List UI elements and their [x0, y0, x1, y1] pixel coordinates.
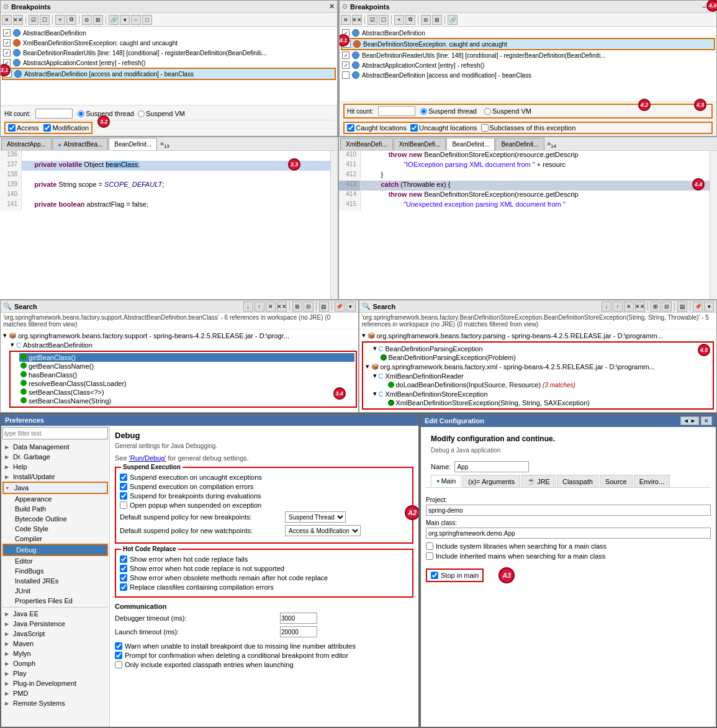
prefs-item-help[interactable]: ▶ Help: [2, 462, 108, 472]
tree-pkg2[interactable]: ▾ 📦 org.springframework.beans.factory.xm…: [364, 362, 712, 371]
prefs-item-pmd[interactable]: ▶ PMD: [2, 688, 108, 698]
bp-item-selected[interactable]: AbstractBeanDefinition [access and modif…: [2, 68, 336, 80]
right-tab-3[interactable]: BeanDefinit...: [446, 138, 495, 150]
tree-pkg1[interactable]: ▾ 📦 org.springframework.beans.factory.pa…: [361, 331, 716, 340]
prefs-item-properties[interactable]: Properties Files Ed: [2, 596, 108, 606]
prefs-item-java-ee[interactable]: ▶ Java EE: [2, 609, 108, 619]
search-tb-btn[interactable]: ↓: [243, 302, 253, 312]
search-tb-btn[interactable]: ↑: [255, 302, 264, 312]
tree-xmlreader[interactable]: ▾ C XmlBeanDefinitionReader: [372, 371, 712, 380]
prefs-item-build-path[interactable]: Build Path: [2, 504, 108, 514]
ec-close-btn[interactable]: ✕: [701, 416, 712, 425]
ec-arrows[interactable]: ◄ ►: [680, 416, 699, 425]
bp-item[interactable]: BeanDefinitionReaderUtils [line: 148] [c…: [2, 48, 336, 58]
rs-tb-btn[interactable]: ↓: [602, 302, 611, 312]
hcr-fail-cb[interactable]: [120, 555, 127, 563]
right-tab-4[interactable]: BeanDefinit...: [495, 138, 544, 150]
method-item[interactable]: setBeanClass(Class<?>): [19, 388, 354, 397]
bp-checkbox[interactable]: [3, 39, 11, 47]
subclasses-checkbox[interactable]: [481, 124, 489, 132]
bp-item[interactable]: XmlBeanDefinitionStoreException: caught …: [2, 38, 336, 48]
right-tab-1[interactable]: XmlBeanDefi...: [340, 138, 393, 150]
uncaught-checkbox[interactable]: [410, 124, 418, 132]
tb-skip-r[interactable]: ⊘: [421, 15, 431, 25]
tree-class-r[interactable]: ▾ C BeanDefinitionParsingException: [372, 344, 712, 353]
run-debug-link[interactable]: 'Run/Debug': [129, 454, 166, 462]
scrollbar-r[interactable]: [710, 151, 717, 299]
bp-item-selected-r[interactable]: BeanDefinitionStoreException: caught and…: [341, 38, 715, 50]
access-checkbox[interactable]: [8, 124, 16, 132]
search-tb-btn[interactable]: ⊟: [304, 302, 313, 312]
bp-item[interactable]: AbstractBeanDefinition: [2, 28, 336, 38]
suspend-vm-radio-r[interactable]: [484, 108, 491, 115]
suspend-thread-radio-r[interactable]: [420, 108, 427, 115]
hcr-obsolete-cb[interactable]: [120, 574, 127, 582]
bp-item-r[interactable]: BeanDefinitionReaderUtils [line: 148] [c…: [341, 50, 715, 60]
prefs-item-compiler[interactable]: Compiler: [2, 534, 108, 544]
tree-constructor2[interactable]: XmlBeanDefinitionStoreException(String, …: [387, 398, 712, 407]
include-system-cb[interactable]: [426, 542, 433, 550]
tree-root[interactable]: ▾ 📦 org.springframework.beans.factory.su…: [2, 331, 357, 340]
tree-constructor[interactable]: BeanDefinitionParsingException(Problem): [379, 353, 712, 362]
hcr-notsupported-cb[interactable]: [120, 565, 127, 572]
ec-tab-main[interactable]: ● Main: [431, 475, 461, 487]
prefs-item-remote-systems[interactable]: ▶ Remote Systems: [2, 698, 108, 708]
tb-layout-r[interactable]: ⊞: [432, 15, 442, 25]
prefs-item-java[interactable]: ▾ Java: [2, 482, 108, 494]
open-popup-cb[interactable]: [120, 501, 127, 509]
tb-enable[interactable]: ☑: [29, 15, 38, 25]
left-bp-close[interactable]: ✕: [329, 2, 335, 11]
prefs-item-javascript[interactable]: ▶ JavaScript: [2, 629, 108, 639]
method-item[interactable]: setBeanClassName(String): [19, 397, 354, 405]
ec-project-input[interactable]: [426, 505, 711, 516]
bp-item-r[interactable]: AbstractApplicationContext [entry] - ref…: [341, 60, 715, 70]
default-watchpoint-select[interactable]: Access & Modification Access Modificatio…: [285, 525, 361, 536]
hit-count-input-r[interactable]: [378, 106, 415, 116]
rs-layout-btn[interactable]: ▤: [677, 302, 687, 312]
modification-checkbox[interactable]: [43, 124, 51, 132]
rs-pin-btn[interactable]: 📌: [693, 302, 703, 312]
hcr-compile-cb[interactable]: [120, 583, 127, 591]
rs-tb-btn[interactable]: ✕✕: [635, 302, 645, 312]
prefs-item-appearance[interactable]: Appearance: [2, 494, 108, 504]
ec-mainclass-input[interactable]: [426, 528, 711, 539]
ec-name-input[interactable]: [454, 461, 529, 472]
prefs-filter-input[interactable]: [2, 427, 108, 439]
prefs-item-install-update[interactable]: ▶ Install/Update: [2, 472, 108, 482]
stop-in-main-cb[interactable]: [431, 572, 438, 579]
tb-remove[interactable]: ✕: [2, 15, 12, 25]
tb-link-r[interactable]: 🔗: [448, 15, 458, 25]
search-nav-btn[interactable]: ▾: [346, 302, 356, 312]
right-tab-more[interactable]: »14: [545, 139, 559, 150]
tb-add[interactable]: +: [55, 15, 65, 25]
prefs-item-editor[interactable]: Editor: [2, 556, 108, 566]
prefs-item-findbugs[interactable]: FindBugs: [2, 566, 108, 576]
hit-count-input[interactable]: [35, 109, 73, 119]
tb-remove-all-r[interactable]: ✕✕: [352, 15, 362, 25]
breakpoints-eval-cb[interactable]: [120, 492, 127, 500]
default-suspend-select[interactable]: Suspend Thread Suspend VM: [285, 511, 346, 523]
scrollbar[interactable]: [330, 151, 338, 299]
tb-max[interactable]: □: [142, 15, 152, 25]
search-layout-btn[interactable]: ▤: [319, 302, 329, 312]
method-item[interactable]: getBeanClass(): [19, 353, 354, 362]
rs-tb-btn[interactable]: ↑: [613, 302, 623, 312]
bp-checkbox[interactable]: [3, 29, 11, 37]
tree-method[interactable]: doLoadBeanDefinitions(InputSource, Resou…: [387, 380, 712, 389]
prefs-item-java-persistence[interactable]: ▶ Java Persistence: [2, 619, 108, 629]
exported-only-cb[interactable]: [115, 661, 122, 668]
bp-checkbox-r[interactable]: [342, 71, 349, 79]
ec-tab-enviro[interactable]: Enviro...: [634, 475, 670, 487]
tb-expand[interactable]: ⊞: [93, 15, 103, 25]
left-tab-1[interactable]: AbstractApp...: [1, 138, 52, 150]
tb-disable-r[interactable]: ☐: [379, 15, 389, 25]
prefs-item-bytecode-outline[interactable]: Bytecode Outline: [2, 514, 108, 524]
tb-remove-all[interactable]: ✕✕: [13, 15, 23, 25]
include-inherited-cb[interactable]: [426, 552, 433, 560]
tree-xmlstoreex[interactable]: ▾ C XmlBeanDefinitionStoreException: [372, 389, 712, 398]
bp-item[interactable]: AbstractApplicationContext [entry] - ref…: [2, 58, 336, 68]
prefs-item-code-style[interactable]: Code Style: [2, 524, 108, 534]
suspend-vm-radio[interactable]: [138, 110, 145, 117]
left-tab-more[interactable]: »13: [158, 139, 171, 150]
prefs-item-oomph[interactable]: ▶ Oomph: [2, 658, 108, 668]
